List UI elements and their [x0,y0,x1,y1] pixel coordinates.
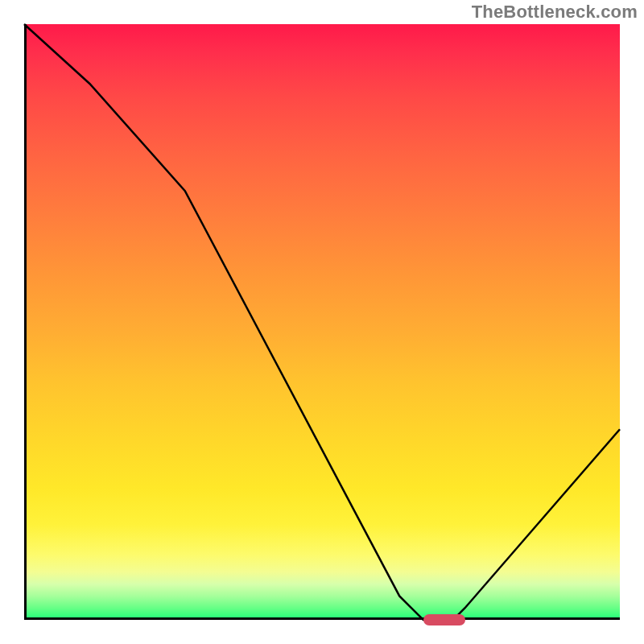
watermark-text: TheBottleneck.com [472,2,638,23]
bottleneck-curve [24,24,620,620]
plot-area [24,24,620,620]
y-axis [24,24,27,620]
optimum-marker [423,614,465,625]
x-axis [24,617,620,620]
bottleneck-chart: TheBottleneck.com [0,0,644,644]
